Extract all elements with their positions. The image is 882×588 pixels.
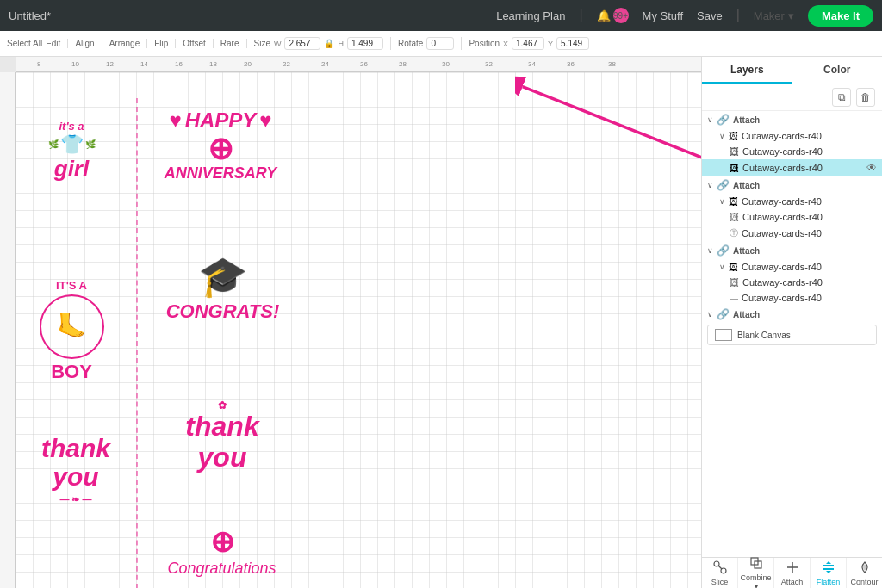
- attach-icon: 🔗: [717, 179, 730, 191]
- layer-name: Cutaway-cards-r40: [742, 262, 877, 272]
- right-panel: Layers Color ⧉ 🗑 ∨ 🔗 Attach ∨ 🖼 Cutaway-…: [701, 57, 882, 588]
- combine-button[interactable]: Combine ▾: [738, 558, 774, 588]
- rare-label[interactable]: Rare: [220, 39, 239, 48]
- arrange-label[interactable]: Arrange: [109, 39, 140, 48]
- layer-attach-3[interactable]: ∨ 🔗 Attach: [702, 242, 882, 259]
- svg-rect-8: [823, 568, 834, 570]
- layer-group-2: ∨ 🔗 Attach ∨ 🖼 Cutaway-cards-r40 🖼 Cutaw…: [702, 176, 882, 242]
- rotate-label: Rotate: [398, 39, 423, 48]
- layer-name: Cutaway-cards-r40: [742, 277, 877, 288]
- design-thank-you-right: ✿ thankyou: [149, 399, 295, 473]
- svg-line-1: [523, 87, 701, 158]
- bell-icon: 🔔: [597, 9, 611, 22]
- combine-icon: [749, 556, 763, 573]
- canvas-area[interactable]: 8 10 12 14 16 18 20 22 24 26 28 30 32 34…: [0, 57, 701, 588]
- blank-canvas-thumbnail: [715, 329, 732, 341]
- make-it-button[interactable]: Make It: [808, 5, 873, 27]
- svg-marker-10: [826, 571, 831, 573]
- layer-image-icon: 🖼: [730, 277, 739, 288]
- layer-attach-1[interactable]: ∨ 🔗 Attach: [702, 111, 882, 128]
- layer-name: Cutaway-cards-r40: [742, 146, 877, 157]
- layers-list: ∨ 🔗 Attach ∨ 🖼 Cutaway-cards-r40 🖼 Cutaw…: [702, 111, 882, 557]
- eye-icon[interactable]: 👁: [866, 162, 877, 174]
- offset-label[interactable]: Offset: [183, 39, 206, 48]
- lock-icon[interactable]: 🔒: [324, 39, 334, 48]
- design-its-a-girl: it's a 🌿 👕 🌿 girl: [24, 120, 119, 183]
- canvas-content: it's a 🌿 👕 🌿 girl ♥ HAPPY ♥ ⊕ ANNIVERSAR…: [16, 72, 701, 588]
- attach-icon: 🔗: [717, 114, 730, 126]
- annotation-arrow: [515, 72, 701, 176]
- main-area: 8 10 12 14 16 18 20 22 24 26 28 30 32 34…: [0, 57, 882, 588]
- layer-item-2-1[interactable]: ∨ 🖼 Cutaway-cards-r40: [702, 194, 882, 209]
- contour-icon: [858, 560, 872, 577]
- toolbar: Select All Edit Align Arrange Flip Offse…: [0, 31, 882, 57]
- chevron-icon: ∨: [719, 263, 725, 271]
- layer-item-1-2[interactable]: 🖼 Cutaway-cards-r40: [702, 144, 882, 159]
- duplicate-button[interactable]: ⧉: [832, 88, 851, 107]
- layer-item-2-3[interactable]: Ⓣ Cutaway-cards-r40: [702, 225, 882, 242]
- flip-label[interactable]: Flip: [154, 39, 168, 48]
- layer-item-3-2[interactable]: 🖼 Cutaway-cards-r40: [702, 275, 882, 290]
- notification-bell[interactable]: 🔔 99+: [597, 8, 629, 23]
- layer-image-icon: 🖼: [729, 196, 738, 207]
- layer-group-4: ∨ 🔗 Attach Blank Canvas: [702, 306, 882, 345]
- my-stuff-link[interactable]: My Stuff: [643, 9, 683, 22]
- blank-canvas-item[interactable]: Blank Canvas: [707, 325, 877, 345]
- layer-name: Cutaway-cards-r40: [742, 163, 863, 173]
- layer-group-1: ∨ 🔗 Attach ∨ 🖼 Cutaway-cards-r40 🖼 Cutaw…: [702, 111, 882, 176]
- panel-toolbar: ⧉ 🗑: [702, 84, 882, 111]
- width-input[interactable]: [284, 37, 320, 50]
- flatten-label: Flatten: [817, 578, 841, 586]
- layer-image-icon: 🖼: [729, 131, 738, 141]
- x-input[interactable]: [512, 37, 544, 50]
- combine-label: Combine: [740, 573, 771, 582]
- y-label: Y: [548, 40, 553, 48]
- chevron-icon: ∨: [707, 181, 713, 189]
- chevron-icon: ∨: [719, 197, 725, 206]
- tab-layers[interactable]: Layers: [702, 57, 792, 84]
- height-input[interactable]: [347, 37, 383, 50]
- layer-item-2-2[interactable]: 🖼 Cutaway-cards-r40: [702, 209, 882, 225]
- contour-button[interactable]: Contour: [847, 558, 882, 588]
- layer-item-1-3[interactable]: 🖼 Cutaway-cards-r40 👁: [702, 159, 882, 176]
- select-all-label[interactable]: Select All: [7, 39, 42, 48]
- toolbar-position: Position X Y: [469, 37, 596, 50]
- attach-label: Attach: [733, 181, 760, 190]
- ruler-vertical: [0, 72, 16, 588]
- x-label: X: [503, 40, 508, 48]
- design-its-a-boy: IT'S A 🦶 BOY: [20, 279, 123, 383]
- design-thank-you-left: thankyou — ❧ —: [20, 434, 132, 505]
- toolbar-align: Align: [75, 39, 102, 48]
- header-nav: Learning Plan | 🔔 99+ My Stuff Save | Ma…: [496, 5, 873, 27]
- title-text: Untitled*: [9, 9, 51, 22]
- contour-label: Contour: [850, 578, 878, 586]
- chevron-icon: ∨: [707, 115, 713, 124]
- layer-attach-4[interactable]: ∨ 🔗 Attach: [702, 306, 882, 323]
- combine-chevron-icon: ▾: [755, 583, 758, 589]
- chevron-icon: ∨: [707, 310, 713, 319]
- layer-item-3-3[interactable]: — Cutaway-cards-r40: [702, 290, 882, 306]
- edit-label[interactable]: Edit: [46, 39, 60, 48]
- document-title: Untitled*: [9, 9, 51, 22]
- align-label[interactable]: Align: [75, 39, 94, 48]
- attach-button[interactable]: Attach: [774, 558, 811, 588]
- save-link[interactable]: Save: [697, 9, 723, 22]
- learning-plan-link[interactable]: Learning Plan: [496, 9, 565, 22]
- header: Untitled* Learning Plan | 🔔 99+ My Stuff…: [0, 0, 882, 31]
- flatten-button[interactable]: Flatten: [811, 558, 847, 588]
- rotate-input[interactable]: [426, 37, 454, 50]
- y-input[interactable]: [556, 37, 589, 50]
- layer-name: Cutaway-cards-r40: [742, 131, 877, 141]
- tab-color[interactable]: Color: [792, 57, 883, 84]
- toolbar-rotate: Rotate: [398, 37, 462, 50]
- delete-button[interactable]: 🗑: [856, 88, 875, 107]
- maker-dropdown[interactable]: Maker ▾: [754, 9, 794, 22]
- design-congratulations: ⊕ Congratulations: [146, 524, 297, 578]
- layer-image-icon: 🖼: [730, 212, 739, 222]
- layer-item-3-1[interactable]: ∨ 🖼 Cutaway-cards-r40: [702, 259, 882, 275]
- layer-item-1-1[interactable]: ∨ 🖼 Cutaway-cards-r40: [702, 128, 882, 144]
- layer-attach-2[interactable]: ∨ 🔗 Attach: [702, 176, 882, 194]
- slice-button[interactable]: Slice: [702, 558, 738, 588]
- height-icon: H: [338, 40, 344, 48]
- attach-label: Attach: [733, 115, 760, 125]
